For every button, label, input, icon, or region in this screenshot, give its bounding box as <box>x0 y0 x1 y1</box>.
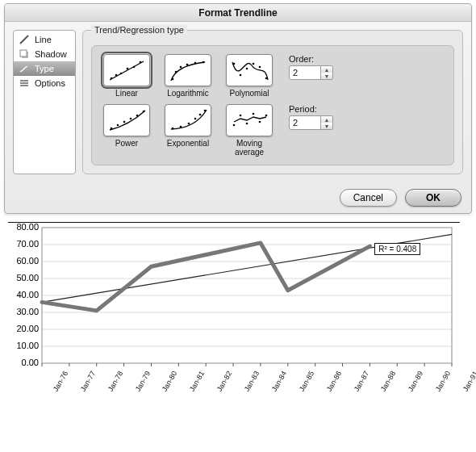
type-icon <box>19 63 30 74</box>
svg-text:40.00: 40.00 <box>16 290 39 299</box>
format-trendline-dialog: Format Trendline Line Shadow <box>4 3 472 214</box>
power-curve-icon <box>106 107 147 133</box>
stepper-up-icon[interactable]: ▲ <box>321 66 332 73</box>
sidebar-item-label: Type <box>35 64 54 73</box>
svg-point-41 <box>259 121 261 123</box>
sidebar-item-type[interactable]: Type <box>14 61 75 76</box>
dialog-title: Format Trendline <box>5 4 471 22</box>
cancel-button[interactable]: Cancel <box>340 189 397 207</box>
order-label: Order: <box>289 54 333 64</box>
svg-point-15 <box>180 66 182 69</box>
log-curve-icon <box>168 57 208 83</box>
svg-rect-3 <box>20 80 28 82</box>
svg-point-37 <box>233 124 236 127</box>
period-label: Period: <box>289 104 333 114</box>
svg-point-38 <box>240 115 242 117</box>
svg-point-28 <box>130 118 132 120</box>
svg-point-26 <box>117 124 119 127</box>
tile-exponential[interactable]: Exponential <box>161 104 215 148</box>
shadow-icon <box>19 48 30 60</box>
sidebar-item-label: Options <box>35 78 65 88</box>
tile-logarithmic-box[interactable] <box>165 54 211 86</box>
poly-curve-icon <box>229 57 269 83</box>
svg-point-21 <box>246 68 248 70</box>
line-icon <box>19 34 30 45</box>
x-tick-label: Jan-91 <box>461 370 476 393</box>
sidebar-item-shadow[interactable]: Shadow <box>14 47 75 61</box>
tile-caption: Polynomial <box>223 89 276 98</box>
svg-text:70.00: 70.00 <box>16 239 39 249</box>
svg-line-12 <box>110 61 144 80</box>
linear-curve-icon <box>106 57 147 83</box>
tile-linear-box[interactable] <box>103 54 150 86</box>
order-stepper[interactable]: ▲ ▼ <box>289 65 333 80</box>
svg-rect-4 <box>20 82 28 84</box>
svg-point-22 <box>253 63 255 65</box>
exp-curve-icon <box>168 107 208 133</box>
svg-point-27 <box>123 121 126 123</box>
svg-point-33 <box>188 123 190 125</box>
tile-caption: Linear <box>100 89 153 98</box>
svg-text:60.00: 60.00 <box>16 256 39 266</box>
sidebar-item-line[interactable]: Line <box>14 32 75 47</box>
trend-type-group: Trend/Regression type <box>82 30 463 174</box>
order-input[interactable] <box>289 65 321 80</box>
r2-annotation: R² = 0.408 <box>374 243 420 255</box>
svg-text:30.00: 30.00 <box>16 307 39 316</box>
tile-logarithmic[interactable]: Logarithmic <box>161 54 215 98</box>
tile-caption: Power <box>100 139 153 148</box>
period-input[interactable] <box>289 115 321 130</box>
stepper-up-icon[interactable]: ▲ <box>321 116 332 123</box>
tile-caption: Exponential <box>161 139 215 148</box>
svg-rect-5 <box>20 85 28 86</box>
tile-power-box[interactable] <box>103 104 150 136</box>
group-title: Trend/Regression type <box>91 25 187 35</box>
svg-point-35 <box>199 114 202 116</box>
period-stepper[interactable]: ▲ ▼ <box>289 115 333 130</box>
svg-text:10.00: 10.00 <box>16 341 39 350</box>
tile-moving-average-box[interactable] <box>226 104 273 136</box>
tile-linear[interactable]: Linear <box>100 54 153 98</box>
ok-button[interactable]: OK <box>405 189 461 207</box>
sidebar-item-label: Line <box>35 35 52 44</box>
svg-point-42 <box>265 115 268 117</box>
svg-line-0 <box>20 36 28 44</box>
tile-polynomial[interactable]: Polynomial <box>223 54 276 98</box>
tile-caption: Moving average <box>223 139 276 157</box>
svg-point-34 <box>194 118 197 120</box>
svg-text:50.00: 50.00 <box>16 273 39 282</box>
svg-point-40 <box>253 113 255 115</box>
tile-power[interactable]: Power <box>100 104 153 148</box>
movavg-curve-icon <box>229 107 269 133</box>
svg-point-20 <box>240 74 242 77</box>
stepper-down-icon[interactable]: ▼ <box>321 73 332 79</box>
svg-point-23 <box>259 66 261 69</box>
svg-text:20.00: 20.00 <box>16 324 39 333</box>
tile-polynomial-box[interactable] <box>226 54 273 86</box>
tile-exponential-box[interactable] <box>165 104 211 136</box>
options-icon <box>19 77 30 89</box>
tile-caption: Logarithmic <box>161 89 215 98</box>
chart-area: 0.0010.0020.0030.0040.0050.0060.0070.008… <box>8 222 460 408</box>
sidebar-item-options[interactable]: Options <box>14 76 75 90</box>
dialog-sidebar: Line Shadow Type <box>13 30 76 174</box>
svg-text:80.00: 80.00 <box>16 223 39 232</box>
sidebar-item-label: Shadow <box>35 49 67 59</box>
dialog-footer: Cancel OK <box>5 182 471 213</box>
svg-point-39 <box>246 123 248 125</box>
stepper-down-icon[interactable]: ▼ <box>321 123 332 129</box>
tile-moving-average[interactable]: Moving average <box>223 104 276 157</box>
svg-text:0.00: 0.00 <box>22 358 39 367</box>
svg-rect-2 <box>20 50 27 56</box>
